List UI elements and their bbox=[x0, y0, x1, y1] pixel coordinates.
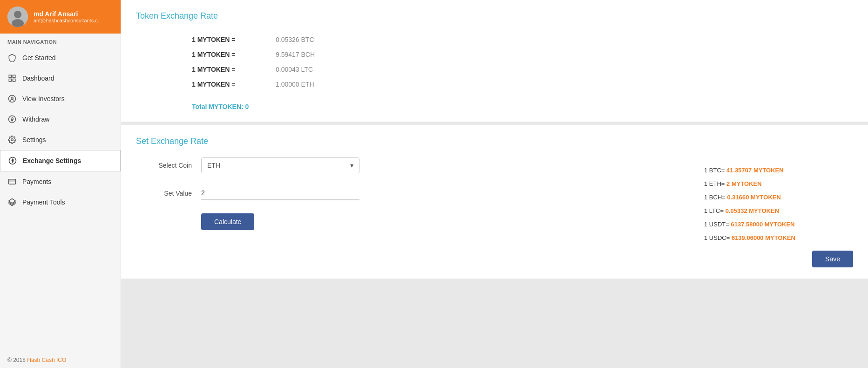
sidebar-item-label: View Investors bbox=[22, 95, 65, 102]
panel-rate-bch: 1 BCH= 0.31660 MYTOKEN bbox=[704, 194, 853, 201]
panel-rate-label-4: 1 USDT= bbox=[704, 221, 729, 228]
dollar-circle-icon bbox=[7, 115, 17, 124]
sidebar-item-payments[interactable]: Payments bbox=[0, 171, 121, 192]
rate-row-bch: 1 MYTOKEN = 9.59417 BCH bbox=[192, 51, 853, 58]
token-exchange-card: Token Exchange Rate 1 MYTOKEN = 0.05326 … bbox=[121, 0, 868, 122]
main-content: Token Exchange Rate 1 MYTOKEN = 0.05326 … bbox=[121, 0, 868, 368]
sidebar-item-label: Exchange Settings bbox=[23, 157, 81, 164]
rate-row-btc: 1 MYTOKEN = 0.05326 BTC bbox=[192, 36, 853, 43]
coin-select-value: ETH bbox=[207, 162, 220, 169]
layers-icon bbox=[7, 198, 17, 207]
panel-rate-label-3: 1 LTC= bbox=[704, 207, 724, 214]
user-name: md Arif Ansari bbox=[34, 10, 102, 18]
token-exchange-title: Token Exchange Rate bbox=[136, 11, 853, 21]
set-value-input[interactable] bbox=[201, 186, 359, 200]
select-coin-row: Select Coin ETH ▾ bbox=[136, 157, 676, 173]
svg-point-8 bbox=[11, 97, 14, 99]
rate-label-3: 1 MYTOKEN = bbox=[192, 81, 276, 88]
grid-icon bbox=[7, 74, 17, 83]
sidebar-item-view-investors[interactable]: View Investors bbox=[0, 89, 121, 109]
total-mytoken: Total MYTOKEN: 0 bbox=[136, 103, 853, 110]
panel-rate-value-0: 41.35707 MYTOKEN bbox=[726, 167, 784, 174]
sidebar-item-settings[interactable]: Settings bbox=[0, 129, 121, 150]
svg-rect-6 bbox=[13, 79, 15, 82]
set-value-label: Set Value bbox=[136, 190, 192, 197]
panel-rate-value-2: 0.31660 MYTOKEN bbox=[727, 194, 781, 201]
rate-label-0: 1 MYTOKEN = bbox=[192, 36, 276, 43]
panel-rate-label-5: 1 USDC= bbox=[704, 234, 730, 241]
panel-rate-label-0: 1 BTC= bbox=[704, 167, 725, 174]
card-icon bbox=[7, 177, 17, 186]
sidebar-footer: © 2018 Hash Cash ICO bbox=[0, 352, 121, 368]
rates-panel: 1 BTC= 41.35707 MYTOKEN 1 ETH= 2 MYTOKEN… bbox=[695, 157, 853, 267]
dollar-tag-icon bbox=[8, 156, 17, 165]
rate-row-ltc: 1 MYTOKEN = 0.00043 LTC bbox=[192, 66, 853, 73]
form-section: Select Coin ETH ▾ Set Value Calcu bbox=[136, 157, 695, 267]
avatar bbox=[7, 7, 28, 27]
sidebar-item-dashboard[interactable]: Dashboard bbox=[0, 68, 121, 89]
rate-row-eth: 1 MYTOKEN = 1.00000 ETH bbox=[192, 81, 853, 88]
sidebar-item-label: Payment Tools bbox=[22, 198, 65, 206]
panel-rate-usdc: 1 USDC= 6139.06000 MYTOKEN bbox=[704, 234, 853, 241]
svg-point-1 bbox=[14, 11, 21, 18]
rate-value-1: 9.59417 BCH bbox=[276, 51, 315, 58]
svg-point-10 bbox=[11, 139, 14, 141]
svg-rect-5 bbox=[9, 79, 11, 82]
select-coin-wrapper: ETH ▾ bbox=[201, 157, 359, 173]
calculate-button[interactable]: Calculate bbox=[201, 213, 254, 230]
select-coin-label: Select Coin bbox=[136, 162, 192, 169]
copyright-text: © 2018 bbox=[7, 357, 27, 363]
sidebar-item-label: Settings bbox=[22, 136, 46, 143]
svg-rect-4 bbox=[13, 75, 15, 77]
set-exchange-title: Set Exchange Rate bbox=[136, 136, 853, 146]
rate-label-1: 1 MYTOKEN = bbox=[192, 51, 276, 58]
sidebar-item-withdraw[interactable]: Withdraw bbox=[0, 109, 121, 129]
gear-icon bbox=[7, 135, 17, 144]
panel-rate-usdt: 1 USDT= 6137.58000 MYTOKEN bbox=[704, 221, 853, 228]
svg-rect-12 bbox=[9, 179, 16, 184]
footer-link[interactable]: Hash Cash ICO bbox=[27, 357, 66, 363]
sidebar-item-label: Withdraw bbox=[22, 116, 49, 123]
set-exchange-card: Set Exchange Rate Select Coin ETH ▾ Set … bbox=[121, 125, 868, 279]
sidebar-item-label: Payments bbox=[22, 178, 51, 185]
rate-value-2: 0.00043 LTC bbox=[276, 66, 313, 73]
sidebar-header: md Arif Ansari arif@hashcashconsultants.… bbox=[0, 0, 121, 34]
panel-rate-label-1: 1 ETH= bbox=[704, 180, 725, 187]
panel-rate-eth: 1 ETH= 2 MYTOKEN bbox=[704, 180, 853, 187]
set-exchange-content: Select Coin ETH ▾ Set Value Calcu bbox=[136, 157, 853, 267]
panel-rate-value-1: 2 MYTOKEN bbox=[726, 180, 762, 187]
sidebar-item-payment-tools[interactable]: Payment Tools bbox=[0, 192, 121, 212]
rate-value-3: 1.00000 ETH bbox=[276, 81, 314, 88]
sidebar-item-exchange-settings[interactable]: Exchange Settings bbox=[0, 150, 121, 171]
sidebar-item-label: Get Started bbox=[22, 54, 56, 61]
person-circle-icon bbox=[7, 94, 17, 103]
panel-rate-value-4: 6137.58000 MYTOKEN bbox=[731, 221, 794, 228]
panel-rate-ltc: 1 LTC= 0.05332 MYTOKEN bbox=[704, 207, 853, 214]
sidebar-item-label: Dashboard bbox=[22, 75, 54, 82]
panel-rate-value-5: 6139.06000 MYTOKEN bbox=[732, 234, 795, 241]
svg-rect-3 bbox=[9, 75, 11, 77]
calculate-row: Calculate bbox=[136, 213, 676, 230]
set-value-row: Set Value bbox=[136, 186, 676, 200]
sidebar: md Arif Ansari arif@hashcashconsultants.… bbox=[0, 0, 121, 368]
sidebar-item-get-started[interactable]: Get Started bbox=[0, 48, 121, 68]
rate-label-2: 1 MYTOKEN = bbox=[192, 66, 276, 73]
panel-rate-value-3: 0.05332 MYTOKEN bbox=[726, 207, 779, 214]
user-email: arif@hashcashconsultants.c... bbox=[34, 18, 102, 23]
user-info: md Arif Ansari arif@hashcashconsultants.… bbox=[34, 10, 102, 23]
coin-select[interactable]: ETH ▾ bbox=[201, 157, 359, 173]
exchange-rates-list: 1 MYTOKEN = 0.05326 BTC 1 MYTOKEN = 9.59… bbox=[136, 32, 853, 99]
set-value-wrapper bbox=[201, 186, 359, 200]
shield-icon bbox=[7, 53, 17, 62]
panel-rate-label-2: 1 BCH= bbox=[704, 194, 726, 201]
panel-rate-btc: 1 BTC= 41.35707 MYTOKEN bbox=[704, 167, 853, 174]
save-button[interactable]: Save bbox=[812, 251, 853, 267]
chevron-down-icon: ▾ bbox=[350, 162, 353, 169]
rate-value-0: 0.05326 BTC bbox=[276, 36, 314, 43]
nav-label: MAIN NAVIGATION bbox=[0, 34, 121, 48]
